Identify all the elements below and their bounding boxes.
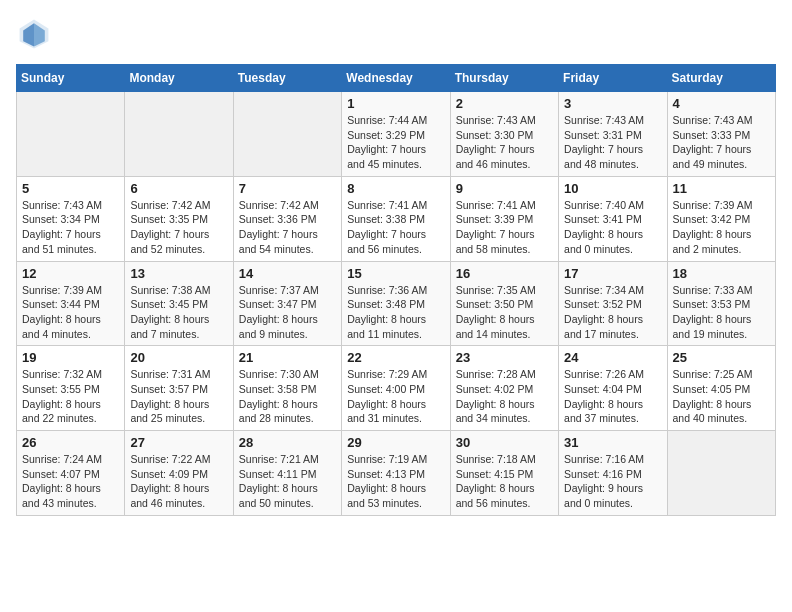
- day-info: Sunrise: 7:40 AM Sunset: 3:41 PM Dayligh…: [564, 198, 661, 257]
- calendar-cell: 18Sunrise: 7:33 AM Sunset: 3:53 PM Dayli…: [667, 261, 775, 346]
- day-info: Sunrise: 7:44 AM Sunset: 3:29 PM Dayligh…: [347, 113, 444, 172]
- week-row-3: 12Sunrise: 7:39 AM Sunset: 3:44 PM Dayli…: [17, 261, 776, 346]
- calendar-cell: 29Sunrise: 7:19 AM Sunset: 4:13 PM Dayli…: [342, 431, 450, 516]
- calendar-cell: 22Sunrise: 7:29 AM Sunset: 4:00 PM Dayli…: [342, 346, 450, 431]
- day-info: Sunrise: 7:39 AM Sunset: 3:42 PM Dayligh…: [673, 198, 770, 257]
- day-number: 20: [130, 350, 227, 365]
- calendar-cell: 10Sunrise: 7:40 AM Sunset: 3:41 PM Dayli…: [559, 176, 667, 261]
- calendar-cell: 5Sunrise: 7:43 AM Sunset: 3:34 PM Daylig…: [17, 176, 125, 261]
- day-number: 24: [564, 350, 661, 365]
- day-info: Sunrise: 7:38 AM Sunset: 3:45 PM Dayligh…: [130, 283, 227, 342]
- day-info: Sunrise: 7:41 AM Sunset: 3:38 PM Dayligh…: [347, 198, 444, 257]
- day-number: 27: [130, 435, 227, 450]
- page-header: [16, 16, 776, 52]
- calendar-cell: 14Sunrise: 7:37 AM Sunset: 3:47 PM Dayli…: [233, 261, 341, 346]
- day-number: 18: [673, 266, 770, 281]
- calendar-cell: [233, 92, 341, 177]
- calendar-cell: 8Sunrise: 7:41 AM Sunset: 3:38 PM Daylig…: [342, 176, 450, 261]
- day-info: Sunrise: 7:43 AM Sunset: 3:30 PM Dayligh…: [456, 113, 553, 172]
- logo-icon: [16, 16, 52, 52]
- calendar-cell: 17Sunrise: 7:34 AM Sunset: 3:52 PM Dayli…: [559, 261, 667, 346]
- day-number: 14: [239, 266, 336, 281]
- day-number: 7: [239, 181, 336, 196]
- days-header-row: SundayMondayTuesdayWednesdayThursdayFrid…: [17, 65, 776, 92]
- day-info: Sunrise: 7:25 AM Sunset: 4:05 PM Dayligh…: [673, 367, 770, 426]
- calendar-cell: [125, 92, 233, 177]
- calendar-cell: 19Sunrise: 7:32 AM Sunset: 3:55 PM Dayli…: [17, 346, 125, 431]
- day-header-sunday: Sunday: [17, 65, 125, 92]
- day-header-monday: Monday: [125, 65, 233, 92]
- day-number: 10: [564, 181, 661, 196]
- day-header-tuesday: Tuesday: [233, 65, 341, 92]
- day-info: Sunrise: 7:43 AM Sunset: 3:31 PM Dayligh…: [564, 113, 661, 172]
- day-info: Sunrise: 7:30 AM Sunset: 3:58 PM Dayligh…: [239, 367, 336, 426]
- day-header-wednesday: Wednesday: [342, 65, 450, 92]
- calendar-table: SundayMondayTuesdayWednesdayThursdayFrid…: [16, 64, 776, 516]
- calendar-cell: [17, 92, 125, 177]
- calendar-cell: 12Sunrise: 7:39 AM Sunset: 3:44 PM Dayli…: [17, 261, 125, 346]
- calendar-cell: 2Sunrise: 7:43 AM Sunset: 3:30 PM Daylig…: [450, 92, 558, 177]
- day-info: Sunrise: 7:22 AM Sunset: 4:09 PM Dayligh…: [130, 452, 227, 511]
- calendar-cell: 4Sunrise: 7:43 AM Sunset: 3:33 PM Daylig…: [667, 92, 775, 177]
- calendar-cell: 26Sunrise: 7:24 AM Sunset: 4:07 PM Dayli…: [17, 431, 125, 516]
- day-info: Sunrise: 7:39 AM Sunset: 3:44 PM Dayligh…: [22, 283, 119, 342]
- day-number: 9: [456, 181, 553, 196]
- week-row-5: 26Sunrise: 7:24 AM Sunset: 4:07 PM Dayli…: [17, 431, 776, 516]
- calendar-cell: 6Sunrise: 7:42 AM Sunset: 3:35 PM Daylig…: [125, 176, 233, 261]
- day-number: 5: [22, 181, 119, 196]
- calendar-cell: 30Sunrise: 7:18 AM Sunset: 4:15 PM Dayli…: [450, 431, 558, 516]
- day-header-friday: Friday: [559, 65, 667, 92]
- calendar-cell: 20Sunrise: 7:31 AM Sunset: 3:57 PM Dayli…: [125, 346, 233, 431]
- calendar-cell: 3Sunrise: 7:43 AM Sunset: 3:31 PM Daylig…: [559, 92, 667, 177]
- day-number: 8: [347, 181, 444, 196]
- day-number: 15: [347, 266, 444, 281]
- day-info: Sunrise: 7:41 AM Sunset: 3:39 PM Dayligh…: [456, 198, 553, 257]
- week-row-1: 1Sunrise: 7:44 AM Sunset: 3:29 PM Daylig…: [17, 92, 776, 177]
- calendar-cell: 9Sunrise: 7:41 AM Sunset: 3:39 PM Daylig…: [450, 176, 558, 261]
- day-info: Sunrise: 7:18 AM Sunset: 4:15 PM Dayligh…: [456, 452, 553, 511]
- calendar-cell: 13Sunrise: 7:38 AM Sunset: 3:45 PM Dayli…: [125, 261, 233, 346]
- logo: [16, 16, 56, 52]
- day-number: 26: [22, 435, 119, 450]
- day-number: 31: [564, 435, 661, 450]
- day-info: Sunrise: 7:28 AM Sunset: 4:02 PM Dayligh…: [456, 367, 553, 426]
- day-info: Sunrise: 7:21 AM Sunset: 4:11 PM Dayligh…: [239, 452, 336, 511]
- day-number: 16: [456, 266, 553, 281]
- day-info: Sunrise: 7:32 AM Sunset: 3:55 PM Dayligh…: [22, 367, 119, 426]
- day-info: Sunrise: 7:36 AM Sunset: 3:48 PM Dayligh…: [347, 283, 444, 342]
- day-number: 4: [673, 96, 770, 111]
- calendar-cell: 21Sunrise: 7:30 AM Sunset: 3:58 PM Dayli…: [233, 346, 341, 431]
- day-info: Sunrise: 7:43 AM Sunset: 3:34 PM Dayligh…: [22, 198, 119, 257]
- day-info: Sunrise: 7:16 AM Sunset: 4:16 PM Dayligh…: [564, 452, 661, 511]
- day-info: Sunrise: 7:29 AM Sunset: 4:00 PM Dayligh…: [347, 367, 444, 426]
- day-number: 12: [22, 266, 119, 281]
- day-number: 1: [347, 96, 444, 111]
- day-info: Sunrise: 7:31 AM Sunset: 3:57 PM Dayligh…: [130, 367, 227, 426]
- day-number: 28: [239, 435, 336, 450]
- day-number: 19: [22, 350, 119, 365]
- day-number: 6: [130, 181, 227, 196]
- day-number: 2: [456, 96, 553, 111]
- day-info: Sunrise: 7:33 AM Sunset: 3:53 PM Dayligh…: [673, 283, 770, 342]
- day-header-saturday: Saturday: [667, 65, 775, 92]
- calendar-cell: 24Sunrise: 7:26 AM Sunset: 4:04 PM Dayli…: [559, 346, 667, 431]
- day-number: 25: [673, 350, 770, 365]
- calendar-cell: 31Sunrise: 7:16 AM Sunset: 4:16 PM Dayli…: [559, 431, 667, 516]
- day-info: Sunrise: 7:34 AM Sunset: 3:52 PM Dayligh…: [564, 283, 661, 342]
- calendar-cell: [667, 431, 775, 516]
- calendar-cell: 7Sunrise: 7:42 AM Sunset: 3:36 PM Daylig…: [233, 176, 341, 261]
- day-header-thursday: Thursday: [450, 65, 558, 92]
- calendar-cell: 23Sunrise: 7:28 AM Sunset: 4:02 PM Dayli…: [450, 346, 558, 431]
- calendar-cell: 16Sunrise: 7:35 AM Sunset: 3:50 PM Dayli…: [450, 261, 558, 346]
- day-number: 11: [673, 181, 770, 196]
- day-number: 21: [239, 350, 336, 365]
- day-info: Sunrise: 7:19 AM Sunset: 4:13 PM Dayligh…: [347, 452, 444, 511]
- week-row-4: 19Sunrise: 7:32 AM Sunset: 3:55 PM Dayli…: [17, 346, 776, 431]
- day-info: Sunrise: 7:37 AM Sunset: 3:47 PM Dayligh…: [239, 283, 336, 342]
- day-number: 22: [347, 350, 444, 365]
- calendar-cell: 1Sunrise: 7:44 AM Sunset: 3:29 PM Daylig…: [342, 92, 450, 177]
- day-number: 13: [130, 266, 227, 281]
- day-info: Sunrise: 7:24 AM Sunset: 4:07 PM Dayligh…: [22, 452, 119, 511]
- week-row-2: 5Sunrise: 7:43 AM Sunset: 3:34 PM Daylig…: [17, 176, 776, 261]
- day-number: 23: [456, 350, 553, 365]
